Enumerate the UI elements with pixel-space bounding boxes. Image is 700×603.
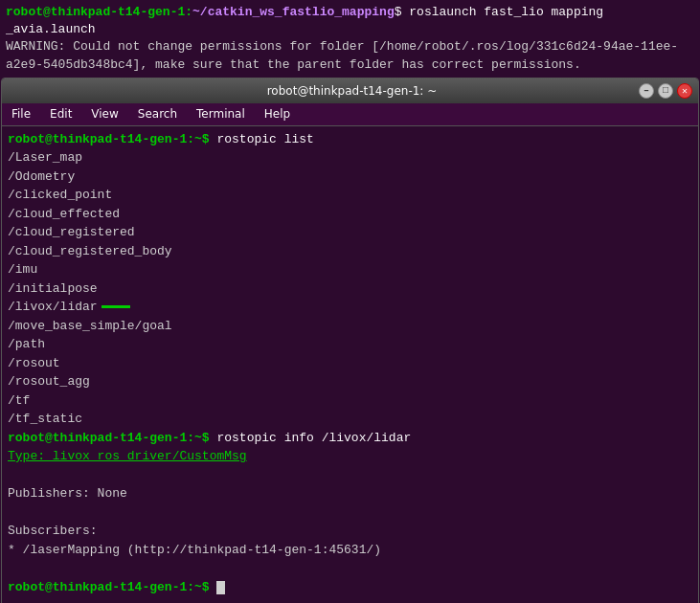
cmd-1: rostopic list [210, 132, 314, 146]
pre-cmd-cont: _avia.launch [6, 22, 96, 36]
command-line-3: robot@thinkpad-t14-gen-1:~$ [8, 578, 692, 597]
menu-file[interactable]: File [6, 105, 36, 123]
maximize-button[interactable]: □ [658, 83, 673, 99]
title-bar: robot@thinkpad-t14-gen-1: ~ – □ ✕ [2, 78, 698, 103]
pre-window-output: robot@thinkpad-t14-gen-1:~/catkin_ws_fas… [0, 0, 700, 78]
window-title: robot@thinkpad-t14-gen-1: ~ [65, 84, 639, 98]
cmd-2: rostopic info /livox/lidar [210, 431, 412, 445]
topic-cloud-registered-body: /cloud_registered_body [8, 242, 692, 261]
pre-window-line1: robot@thinkpad-t14-gen-1:~/catkin_ws_fas… [6, 4, 694, 21]
pre-cmd: $ roslaunch fast_lio mapping [395, 5, 603, 19]
topic-rosout: /rosout [8, 354, 692, 373]
lidar-underline-indicator [102, 305, 130, 308]
empty-line-3 [8, 559, 692, 578]
menu-edit[interactable]: Edit [44, 105, 78, 123]
command-line-1: robot@thinkpad-t14-gen-1:~$ rostopic lis… [8, 130, 692, 149]
pre-prompt: robot@thinkpad-t14-gen-1: [6, 5, 192, 19]
type-value: Type: livox_ros_driver/CustomMsg [8, 449, 247, 463]
pre-path: ~/catkin_ws_fastlio_mapping [192, 5, 395, 19]
topic-imu: /imu [8, 260, 692, 279]
topic-move-base: /move_base_simple/goal [8, 317, 692, 336]
topic-cloud-effected: /cloud_effected [8, 205, 692, 224]
prompt-3: robot@thinkpad-t14-gen-1:~$ [8, 580, 210, 594]
menu-bar: File Edit View Search Terminal Help [2, 103, 698, 126]
topic-rosout-agg: /rosout_agg [8, 372, 692, 391]
cmd-3 [210, 580, 217, 594]
type-line: Type: livox_ros_driver/CustomMsg [8, 447, 692, 466]
menu-view[interactable]: View [85, 105, 124, 123]
prompt-2: robot@thinkpad-t14-gen-1:~$ [8, 431, 210, 445]
prompt-1: robot@thinkpad-t14-gen-1:~$ [8, 132, 210, 146]
topic-tf: /tf [8, 391, 692, 411]
pre-window-line2: _avia.launch [6, 21, 694, 38]
empty-line-1 [8, 466, 692, 485]
topic-cloud-registered: /cloud_registered [8, 223, 692, 242]
topic-tf-static: /tf_static [8, 410, 692, 429]
cursor [216, 581, 225, 594]
terminal-window: robot@thinkpad-t14-gen-1: ~ – □ ✕ File E… [1, 78, 699, 603]
warning-message: WARNING: Could not change permissions fo… [6, 38, 694, 73]
topic-path: /path [8, 335, 692, 354]
menu-terminal[interactable]: Terminal [191, 105, 251, 123]
subscriber-item: * /laserMapping (http://thinkpad-t14-gen… [8, 541, 692, 560]
topic-laser-map: /Laser_map [8, 148, 692, 168]
minimize-button[interactable]: – [639, 83, 654, 99]
terminal-body[interactable]: robot@thinkpad-t14-gen-1:~$ rostopic lis… [2, 126, 698, 603]
menu-search[interactable]: Search [132, 105, 183, 123]
publishers-line: Publishers: None [8, 484, 692, 503]
topic-clicked-point: /clicked_point [8, 186, 692, 205]
subscribers-label: Subscribers: [8, 522, 692, 541]
window-controls: – □ ✕ [639, 83, 692, 99]
empty-line-2 [8, 503, 692, 523]
close-button[interactable]: ✕ [677, 83, 692, 99]
command-line-2: robot@thinkpad-t14-gen-1:~$ rostopic inf… [8, 429, 692, 448]
topic-odometry: /Odometry [8, 168, 692, 187]
menu-help[interactable]: Help [259, 105, 296, 123]
topic-livox-lidar: /livox/lidar [8, 298, 692, 317]
topic-initialpose: /initialpose [8, 279, 692, 299]
